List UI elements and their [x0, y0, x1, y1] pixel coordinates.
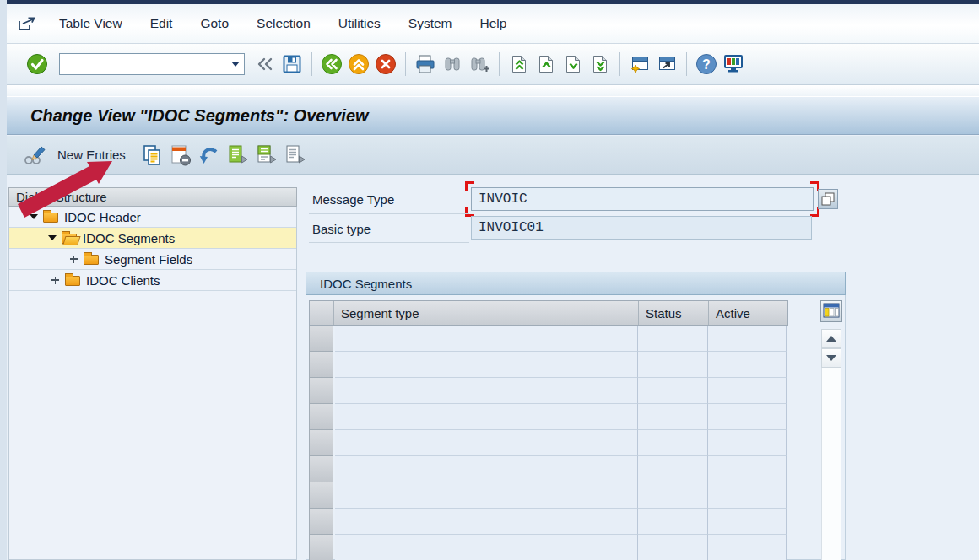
row-selector[interactable] [309, 456, 333, 482]
new-entries-button[interactable]: New Entries [57, 148, 126, 162]
page-down-icon[interactable] [561, 51, 585, 77]
scroll-down-button[interactable] [821, 348, 841, 368]
expander-triangle-icon[interactable] [48, 235, 57, 240]
segment-type-cell[interactable] [335, 378, 638, 404]
save-icon[interactable] [280, 51, 304, 77]
last-page-icon[interactable] [588, 51, 612, 77]
table-row [309, 326, 788, 352]
segment-type-cell[interactable] [335, 482, 638, 509]
active-cell[interactable] [708, 509, 787, 535]
active-cell[interactable] [708, 456, 787, 482]
segment-type-column-header[interactable]: Segment type [334, 301, 639, 325]
menu-help[interactable]: Help [479, 16, 506, 31]
segment-type-cell[interactable] [335, 430, 638, 456]
copy-as-icon[interactable] [139, 143, 165, 168]
create-shortcut-icon[interactable] [655, 51, 679, 77]
row-selector[interactable] [309, 378, 333, 404]
status-cell[interactable] [638, 509, 708, 535]
row-selector[interactable] [309, 404, 333, 430]
find-next-icon[interactable] [468, 51, 491, 77]
status-cell[interactable] [638, 456, 708, 482]
tree-item-segment-fields[interactable]: Segment Fields [9, 249, 296, 270]
command-field[interactable] [59, 53, 245, 75]
table-body [309, 326, 788, 560]
segment-type-cell[interactable] [335, 509, 638, 535]
status-cell[interactable] [638, 326, 708, 352]
row-selector[interactable] [309, 352, 333, 378]
active-column-header[interactable]: Active [709, 301, 787, 325]
active-cell[interactable] [708, 535, 787, 560]
new-session-icon[interactable] [628, 51, 652, 77]
menu-items: Table View Edit Goto Selection Utilities… [59, 16, 506, 31]
status-column-header[interactable]: Status [639, 301, 709, 325]
active-cell[interactable] [708, 352, 787, 378]
segment-type-cell[interactable] [335, 535, 638, 560]
table-row [309, 456, 788, 482]
row-selector[interactable] [309, 430, 333, 456]
menu-selection[interactable]: Selection [257, 16, 311, 31]
display-change-icon[interactable] [22, 143, 47, 168]
print-icon[interactable] [414, 51, 437, 77]
status-cell[interactable] [638, 378, 708, 404]
status-cell[interactable] [638, 430, 708, 456]
active-cell[interactable] [708, 430, 787, 456]
segment-type-cell[interactable] [335, 326, 638, 352]
active-cell[interactable] [708, 378, 787, 404]
spacer-band [7, 85, 979, 96]
menu-bar: Table View Edit Goto Selection Utilities… [7, 4, 979, 44]
status-cell[interactable] [638, 482, 708, 509]
first-page-icon[interactable] [507, 51, 531, 77]
undo-icon[interactable] [197, 143, 222, 168]
menu-utilities[interactable]: Utilities [338, 16, 381, 31]
row-selector[interactable] [309, 326, 333, 352]
row-selector[interactable] [309, 482, 333, 509]
back-icon[interactable] [320, 51, 343, 77]
active-cell[interactable] [708, 482, 787, 509]
message-type-field[interactable]: INVOIC [471, 187, 814, 211]
select-block-icon[interactable] [254, 143, 279, 168]
menu-system[interactable]: System [408, 16, 452, 31]
matchcode-button[interactable] [818, 189, 838, 209]
menu-exit-icon[interactable] [17, 15, 42, 32]
menu-table-view[interactable]: Table View [59, 16, 122, 31]
table-header-row: Segment type Status Active [309, 300, 788, 326]
sap-window: Table View Edit Goto Selection Utilities… [0, 0, 979, 560]
segment-type-cell[interactable] [335, 456, 638, 482]
menu-edit[interactable]: Edit [150, 16, 173, 31]
scrollbar-track[interactable] [821, 368, 841, 560]
command-dropdown-button[interactable] [227, 54, 244, 74]
segment-type-cell[interactable] [335, 404, 638, 430]
segment-type-cell[interactable] [335, 352, 638, 378]
tree-item-idoc-clients[interactable]: IDOC Clients [9, 270, 296, 291]
find-icon[interactable] [441, 51, 464, 77]
command-input[interactable] [60, 54, 227, 74]
tree-item-idoc-header[interactable]: IDOC Header [9, 207, 296, 228]
tree-item-idoc-segments[interactable]: IDOC Segments [9, 228, 296, 249]
customize-local-layout-icon[interactable] [722, 51, 745, 77]
table-settings-button[interactable] [820, 300, 842, 322]
exit-icon[interactable] [347, 51, 371, 77]
active-cell[interactable] [708, 404, 787, 430]
status-cell[interactable] [638, 535, 708, 560]
scroll-up-button[interactable] [821, 329, 841, 348]
select-all-icon[interactable] [225, 143, 251, 168]
application-toolbar: New Entries [7, 136, 979, 175]
deselect-all-icon[interactable] [283, 143, 308, 168]
row-selector[interactable] [309, 509, 333, 535]
delete-line-icon[interactable] [168, 143, 193, 168]
help-icon[interactable]: ? [695, 51, 718, 77]
page-up-icon[interactable] [534, 51, 558, 77]
cancel-icon[interactable] [374, 51, 398, 77]
expander-triangle-icon[interactable] [30, 214, 38, 219]
active-cell[interactable] [708, 326, 787, 352]
collapse-icon[interactable] [253, 51, 277, 77]
open-folder-icon [62, 234, 77, 244]
basic-type-field[interactable]: INVOIC01 [471, 216, 812, 240]
status-cell[interactable] [638, 352, 708, 378]
row-selector[interactable] [309, 535, 333, 560]
enter-button[interactable] [25, 51, 49, 77]
table-row [309, 404, 788, 430]
status-cell[interactable] [638, 404, 708, 430]
selector-column-header[interactable] [310, 301, 334, 325]
menu-goto[interactable]: Goto [200, 16, 229, 31]
